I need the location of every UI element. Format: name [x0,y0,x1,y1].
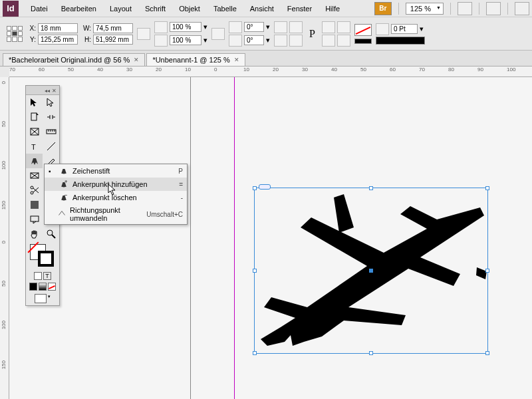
horizontal-ruler[interactable]: 706050403020100102030405060708090100 [9,66,532,77]
canvas[interactable] [9,77,532,399]
rotate-input[interactable] [244,22,264,32]
check-icon: ▪ [49,168,55,175]
ruler-tick: 100 [1,161,7,170]
menu-help[interactable]: Hilfe [319,2,346,15]
note-tool[interactable] [26,212,43,227]
stroke-style-select[interactable] [376,37,425,45]
pen-tool[interactable] [26,154,43,168]
shear-input[interactable] [244,35,264,45]
selection-frame[interactable] [254,188,488,354]
hand-tool[interactable] [26,227,43,241]
pen-icon [59,166,68,176]
select-container-icon[interactable] [322,21,335,33]
direct-selection-tool[interactable] [43,95,59,110]
width-input[interactable] [93,23,133,33]
page-tool[interactable] [26,110,43,124]
convert-point-icon [58,209,66,219]
scale-x-input[interactable] [170,22,201,32]
resize-handle[interactable] [253,351,257,355]
menu-type[interactable]: Schrift [138,2,172,15]
scale-y-input[interactable] [170,35,201,45]
ruler-tick: 0 [1,241,7,243]
collapse-icon[interactable]: ◂◂ [45,88,50,93]
separator [450,3,451,15]
menu-window[interactable]: Fenster [281,2,319,15]
rotate-cw-icon[interactable] [289,21,303,33]
flyout-item-convert-point[interactable]: Richtungspunkt umwandeln Umschalt+C [45,204,187,224]
flyout-item-add-anchor[interactable]: + Ankerpunkt hinzufügen = [45,178,187,191]
stroke-weight-input[interactable] [391,24,418,34]
menu-view[interactable]: Ansicht [243,2,281,15]
resize-handle[interactable] [485,351,489,355]
resize-handle[interactable] [253,186,257,190]
measure-tool[interactable] [43,124,59,139]
zoom-level-select[interactable]: 125 % [406,3,444,15]
rectangle-frame-tool[interactable] [26,124,43,139]
select-content-icon[interactable] [337,21,350,33]
menu-table[interactable]: Tabelle [207,2,243,15]
resize-handle[interactable] [369,351,373,355]
select-next-icon[interactable] [337,35,350,47]
apply-none-icon[interactable] [48,283,56,291]
close-icon[interactable]: ✕ [52,88,57,93]
paragraph-style-icon[interactable]: P [307,28,318,40]
rectangle-tool[interactable] [26,168,43,183]
apply-color-icon[interactable] [29,283,37,291]
line-tool[interactable] [43,139,59,154]
center-point[interactable] [369,269,373,273]
arrange-button[interactable] [486,2,501,15]
flip-v-icon[interactable] [289,35,303,47]
stroke-swatch[interactable] [354,39,372,44]
gradient-swatch-tool[interactable] [26,198,43,212]
tab-title: *Bachelorarbeit Original.indd @ 56 % [9,56,130,64]
bridge-button[interactable]: Br [374,2,392,15]
type-tool[interactable]: T [26,139,43,154]
svg-rect-15 [31,216,39,221]
flyout-item-pen[interactable]: ▪ Zeichenstift P [45,164,187,178]
flyout-item-delete-anchor[interactable]: − Ankerpunkt löschen - [45,191,187,204]
rotate-ccw-icon[interactable] [274,21,287,33]
page-edge [190,77,191,399]
vertical-ruler[interactable]: 050100150050100150 [0,77,9,399]
menu-file[interactable]: Datei [24,2,55,15]
tab-document-1[interactable]: *Bachelorarbeit Original.indd @ 56 %✕ [3,53,145,66]
resize-handle[interactable] [485,269,489,273]
workspace-button[interactable] [515,2,529,15]
menu-layout[interactable]: Layout [103,2,138,15]
fill-swatch[interactable] [354,24,372,36]
stroke-color-swatch[interactable] [38,251,54,267]
close-icon[interactable]: ✕ [134,57,139,63]
formatting-text-icon[interactable]: T [43,272,51,280]
menu-object[interactable]: Objekt [172,2,207,15]
y-input[interactable] [38,35,78,45]
height-input[interactable] [93,35,133,45]
gap-tool[interactable] [43,110,59,124]
panel-header[interactable]: ◂◂ ✕ [26,86,59,95]
scissors-tool[interactable] [26,183,43,198]
tab-document-2[interactable]: *Unbenannt-1 @ 125 %✕ [146,53,245,66]
ruler-tick: 40 [331,66,337,72]
link-scale-icon[interactable] [211,28,225,40]
rotate-icon [229,21,242,33]
resize-handle[interactable] [253,269,257,273]
reference-point-proxy[interactable] [7,26,23,42]
resize-handle[interactable] [369,186,373,190]
flip-h-icon[interactable] [274,35,287,47]
fill-stroke-swatches[interactable] [26,241,59,271]
formatting-container-icon[interactable] [34,272,42,280]
content-grabber[interactable] [259,184,271,190]
screen-mode-button[interactable] [458,2,472,15]
x-input[interactable] [38,23,78,33]
apply-gradient-icon[interactable] [39,283,47,291]
menu-edit[interactable]: Bearbeiten [55,2,103,15]
resize-handle[interactable] [485,186,489,190]
constrain-icon[interactable] [137,28,150,40]
view-mode-button[interactable] [35,294,47,303]
svg-point-6 [31,186,33,189]
control-panel: X: Y: W: H: ▾ ▾ ▾ ▾ P ▾ [0,17,532,51]
zoom-tool[interactable] [43,227,59,241]
selection-tool[interactable] [26,95,43,110]
select-prev-icon[interactable] [322,35,335,47]
close-icon[interactable]: ✕ [234,57,239,63]
ruler-tick: 10 [243,66,249,72]
